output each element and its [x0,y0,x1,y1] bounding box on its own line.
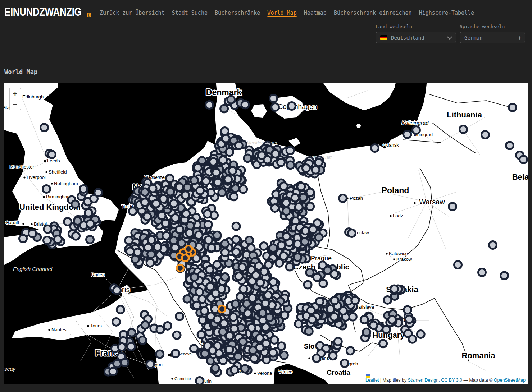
bookcase-marker[interactable] [277,158,285,166]
bookcase-marker[interactable] [313,355,320,362]
bookcase-marker[interactable] [509,104,517,111]
bookcase-marker[interactable] [128,329,136,336]
bookcase-marker[interactable] [288,102,296,110]
bookcase-marker[interactable] [244,155,251,162]
bookcase-marker[interactable] [199,317,206,324]
bookcase-marker[interactable] [234,353,242,360]
bookcase-marker[interactable] [482,131,489,139]
bookcase-marker[interactable] [213,261,221,268]
bookcase-marker[interactable] [244,310,251,317]
bookcase-marker[interactable] [371,144,379,152]
bookcase-marker[interactable] [454,261,462,269]
nav-link-heatmap[interactable]: Heatmap [304,10,327,16]
zoom-in-button[interactable]: + [10,88,21,99]
bookcase-marker[interactable] [191,273,198,281]
bookcase-marker[interactable] [220,105,228,112]
bookcase-marker[interactable] [281,312,288,319]
bookcase-marker[interactable] [232,300,239,308]
bookcase-marker[interactable] [271,204,279,212]
bookcase-marker[interactable] [164,322,171,329]
bookcase-marker[interactable] [449,203,456,211]
bookcase-marker[interactable] [231,325,238,332]
bookcase-marker[interactable] [363,328,370,336]
bookcase-marker[interactable] [280,351,288,359]
bookcase-marker[interactable] [205,236,212,244]
bookcase-marker[interactable] [230,193,238,200]
bookcase-marker[interactable] [167,188,174,195]
bookcase-marker[interactable] [141,188,149,196]
bookcase-marker[interactable] [331,313,338,320]
bookcase-marker[interactable] [86,236,94,243]
bookcase-marker[interactable] [226,148,233,156]
bookcase-marker[interactable] [147,361,154,368]
bookcase-marker[interactable] [302,227,309,235]
bookcase-marker[interactable] [239,338,247,346]
bookcase-marker[interactable] [270,336,278,344]
bookcase-marker[interactable] [295,320,303,328]
bookcase-marker[interactable] [48,151,56,158]
bookcase-marker[interactable] [256,334,264,342]
bookcase-marker[interactable] [266,314,273,321]
highlighted-bookcase-marker[interactable] [182,255,189,262]
bookcase-marker[interactable] [220,320,228,327]
bookcase-marker[interactable] [304,281,312,289]
bookcase-marker[interactable] [283,207,290,215]
bookcase-marker[interactable] [315,234,323,241]
bookcase-marker[interactable] [29,230,36,237]
bookcase-marker[interactable] [118,343,126,351]
bookcase-marker[interactable] [126,248,134,255]
bookcase-marker[interactable] [158,212,165,220]
highlighted-bookcase-marker[interactable] [177,265,184,272]
bookcase-marker[interactable] [264,291,272,299]
bookcase-marker[interactable] [404,306,411,314]
bookcase-marker[interactable] [404,131,411,138]
bookcase-marker[interactable] [201,307,208,315]
bookcase-marker[interactable] [85,209,92,217]
bookcase-marker[interactable] [206,266,213,273]
bookcase-marker[interactable] [417,331,424,338]
bookcase-marker[interactable] [520,156,527,163]
bookcase-marker[interactable] [208,244,215,252]
bookcase-marker[interactable] [286,263,294,271]
bookcase-marker[interactable] [80,185,87,193]
bookcase-marker[interactable] [210,158,217,166]
bookcase-marker[interactable] [269,349,277,356]
bookcase-marker[interactable] [300,194,307,201]
bookcase-marker[interactable] [183,295,191,303]
nav-link-zur-ck-zur-bersicht[interactable]: Zurück zur Übersicht [100,10,165,16]
bookcase-marker[interactable] [240,285,247,293]
bookcase-marker[interactable] [149,185,156,192]
bookcase-marker[interactable] [283,233,290,240]
bookcase-marker[interactable] [294,254,301,261]
bookcase-marker[interactable] [319,280,327,287]
bookcase-marker[interactable] [388,316,396,324]
bookcase-marker[interactable] [348,230,356,237]
nav-link-b-cherschr-nke[interactable]: Bücherschränke [215,10,260,16]
bookcase-marker[interactable] [134,249,141,256]
bookcase-marker[interactable] [113,360,121,368]
bookcase-marker[interactable] [219,328,227,336]
bookcase-marker[interactable] [139,337,146,344]
bookcase-marker[interactable] [303,165,310,172]
bookcase-marker[interactable] [196,187,204,194]
bookcase-marker[interactable] [162,220,169,227]
bookcase-marker[interactable] [212,364,219,372]
bookcase-marker[interactable] [172,244,179,252]
bookcase-marker[interactable] [309,316,316,323]
bookcase-marker[interactable] [232,248,240,256]
bookcase-marker[interactable] [346,347,354,355]
bookcase-marker[interactable] [413,126,420,134]
bookcase-marker[interactable] [334,338,342,345]
bookcase-marker[interactable] [247,244,255,252]
bookcase-marker[interactable] [196,288,203,296]
bookcase-marker[interactable] [44,225,51,233]
bookcase-marker[interactable] [117,306,124,313]
bookcase-marker[interactable] [202,177,210,185]
highlighted-bookcase-marker[interactable] [185,246,192,253]
bookcase-marker[interactable] [193,301,200,309]
bookcase-marker[interactable] [156,350,164,358]
nav-link-b-cherschrank-einreichen[interactable]: Bücherschrank einreichen [334,10,412,16]
bookcase-marker[interactable] [113,287,121,294]
bookcase-marker[interactable] [221,273,229,281]
bookcase-marker[interactable] [170,200,178,207]
